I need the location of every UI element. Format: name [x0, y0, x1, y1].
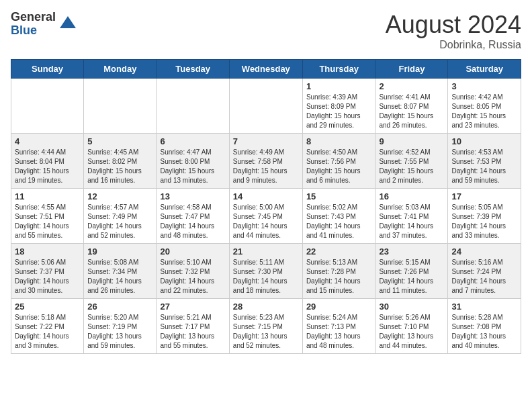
day-info: Sunrise: 4:55 AMSunset: 7:51 PMDaylight:… — [15, 203, 80, 240]
calendar-cell: 1Sunrise: 4:39 AMSunset: 8:09 PMDaylight… — [302, 79, 375, 134]
day-info: Sunrise: 5:03 AMSunset: 7:41 PMDaylight:… — [379, 203, 444, 240]
day-info: Sunrise: 4:53 AMSunset: 7:53 PMDaylight:… — [451, 148, 517, 185]
calendar-cell: 7Sunrise: 4:49 AMSunset: 7:58 PMDaylight… — [229, 134, 302, 189]
day-info: Sunrise: 5:00 AMSunset: 7:45 PMDaylight:… — [233, 203, 299, 240]
day-info: Sunrise: 4:44 AMSunset: 8:04 PMDaylight:… — [15, 148, 80, 185]
calendar-cell: 2Sunrise: 4:41 AMSunset: 8:07 PMDaylight… — [375, 79, 448, 134]
day-number: 17 — [451, 191, 517, 201]
logo: General Blue — [11, 11, 77, 38]
logo-icon — [58, 15, 77, 34]
day-info: Sunrise: 4:50 AMSunset: 7:56 PMDaylight:… — [306, 148, 372, 185]
calendar-cell — [157, 79, 229, 134]
day-number: 19 — [87, 246, 152, 257]
calendar-cell — [11, 79, 84, 134]
day-header-tuesday: Tuesday — [157, 60, 229, 79]
day-number: 5 — [87, 136, 152, 146]
day-number: 29 — [306, 302, 372, 312]
calendar-cell: 21Sunrise: 5:11 AMSunset: 7:30 PMDayligh… — [229, 244, 302, 299]
day-number: 16 — [379, 191, 444, 201]
day-info: Sunrise: 5:23 AMSunset: 7:15 PMDaylight:… — [233, 313, 299, 351]
calendar-cell: 26Sunrise: 5:20 AMSunset: 7:19 PMDayligh… — [84, 299, 157, 354]
day-number: 30 — [379, 302, 444, 312]
title-area: August 2024 Dobrinka, Russia — [386, 11, 521, 51]
calendar-cell: 3Sunrise: 4:42 AMSunset: 8:05 PMDaylight… — [448, 79, 521, 134]
day-number: 14 — [233, 191, 299, 201]
day-number: 9 — [379, 136, 444, 146]
calendar-cell: 29Sunrise: 5:24 AMSunset: 7:13 PMDayligh… — [302, 299, 375, 354]
day-info: Sunrise: 5:21 AMSunset: 7:17 PMDaylight:… — [160, 313, 225, 351]
day-number: 11 — [15, 191, 80, 201]
day-info: Sunrise: 5:24 AMSunset: 7:13 PMDaylight:… — [306, 313, 372, 351]
day-header-saturday: Saturday — [448, 60, 521, 79]
calendar-week-row: 11Sunrise: 4:55 AMSunset: 7:51 PMDayligh… — [11, 189, 521, 244]
day-number: 31 — [451, 302, 517, 312]
calendar-cell: 9Sunrise: 4:52 AMSunset: 7:55 PMDaylight… — [375, 134, 448, 189]
calendar-cell: 8Sunrise: 4:50 AMSunset: 7:56 PMDaylight… — [302, 134, 375, 189]
day-info: Sunrise: 5:13 AMSunset: 7:28 PMDaylight:… — [306, 258, 372, 295]
calendar-week-row: 1Sunrise: 4:39 AMSunset: 8:09 PMDaylight… — [11, 79, 521, 134]
day-number: 13 — [160, 191, 225, 201]
day-info: Sunrise: 5:02 AMSunset: 7:43 PMDaylight:… — [306, 203, 372, 240]
day-number: 10 — [451, 136, 517, 146]
day-info: Sunrise: 5:26 AMSunset: 7:10 PMDaylight:… — [379, 313, 444, 351]
day-header-thursday: Thursday — [302, 60, 375, 79]
day-info: Sunrise: 5:06 AMSunset: 7:37 PMDaylight:… — [15, 258, 80, 295]
month-year-title: August 2024 — [386, 11, 521, 39]
day-info: Sunrise: 4:52 AMSunset: 7:55 PMDaylight:… — [379, 148, 444, 185]
calendar-cell: 22Sunrise: 5:13 AMSunset: 7:28 PMDayligh… — [302, 244, 375, 299]
day-number: 12 — [87, 191, 152, 201]
day-number: 4 — [15, 136, 80, 146]
calendar-cell: 31Sunrise: 5:28 AMSunset: 7:08 PMDayligh… — [448, 299, 521, 354]
calendar-cell: 25Sunrise: 5:18 AMSunset: 7:22 PMDayligh… — [11, 299, 84, 354]
calendar-cell — [84, 79, 157, 134]
day-info: Sunrise: 4:58 AMSunset: 7:47 PMDaylight:… — [160, 203, 225, 240]
day-number: 1 — [306, 81, 372, 91]
day-number: 26 — [87, 302, 152, 312]
day-number: 21 — [233, 246, 299, 257]
day-number: 28 — [233, 302, 299, 312]
calendar-cell: 13Sunrise: 4:58 AMSunset: 7:47 PMDayligh… — [157, 189, 229, 244]
day-info: Sunrise: 5:05 AMSunset: 7:39 PMDaylight:… — [451, 203, 517, 240]
day-number: 20 — [160, 246, 225, 257]
calendar-cell: 24Sunrise: 5:16 AMSunset: 7:24 PMDayligh… — [448, 244, 521, 299]
day-header-friday: Friday — [375, 60, 448, 79]
day-number: 7 — [233, 136, 299, 146]
calendar-week-row: 25Sunrise: 5:18 AMSunset: 7:22 PMDayligh… — [11, 299, 521, 354]
calendar-cell: 12Sunrise: 4:57 AMSunset: 7:49 PMDayligh… — [84, 189, 157, 244]
location-subtitle: Dobrinka, Russia — [386, 39, 521, 51]
calendar-table: SundayMondayTuesdayWednesdayThursdayFrid… — [11, 59, 521, 354]
day-header-monday: Monday — [84, 60, 157, 79]
day-info: Sunrise: 4:57 AMSunset: 7:49 PMDaylight:… — [87, 203, 152, 240]
day-info: Sunrise: 4:45 AMSunset: 8:02 PMDaylight:… — [87, 148, 152, 185]
calendar-cell: 23Sunrise: 5:15 AMSunset: 7:26 PMDayligh… — [375, 244, 448, 299]
calendar-cell: 11Sunrise: 4:55 AMSunset: 7:51 PMDayligh… — [11, 189, 84, 244]
logo-general-text: General — [11, 11, 56, 24]
day-info: Sunrise: 5:08 AMSunset: 7:34 PMDaylight:… — [87, 258, 152, 295]
day-number: 6 — [160, 136, 225, 146]
day-number: 27 — [160, 302, 225, 312]
day-header-sunday: Sunday — [11, 60, 84, 79]
calendar-week-row: 4Sunrise: 4:44 AMSunset: 8:04 PMDaylight… — [11, 134, 521, 189]
day-number: 2 — [379, 81, 444, 91]
calendar-week-row: 18Sunrise: 5:06 AMSunset: 7:37 PMDayligh… — [11, 244, 521, 299]
calendar-cell: 16Sunrise: 5:03 AMSunset: 7:41 PMDayligh… — [375, 189, 448, 244]
day-header-wednesday: Wednesday — [229, 60, 302, 79]
day-info: Sunrise: 5:28 AMSunset: 7:08 PMDaylight:… — [451, 313, 517, 351]
day-info: Sunrise: 5:10 AMSunset: 7:32 PMDaylight:… — [160, 258, 225, 295]
day-info: Sunrise: 5:20 AMSunset: 7:19 PMDaylight:… — [87, 313, 152, 351]
day-info: Sunrise: 5:11 AMSunset: 7:30 PMDaylight:… — [233, 258, 299, 295]
calendar-cell: 20Sunrise: 5:10 AMSunset: 7:32 PMDayligh… — [157, 244, 229, 299]
day-number: 8 — [306, 136, 372, 146]
day-info: Sunrise: 5:16 AMSunset: 7:24 PMDaylight:… — [451, 258, 517, 295]
calendar-cell: 19Sunrise: 5:08 AMSunset: 7:34 PMDayligh… — [84, 244, 157, 299]
day-info: Sunrise: 4:39 AMSunset: 8:09 PMDaylight:… — [306, 93, 372, 130]
day-info: Sunrise: 5:18 AMSunset: 7:22 PMDaylight:… — [15, 313, 80, 351]
day-info: Sunrise: 5:15 AMSunset: 7:26 PMDaylight:… — [379, 258, 444, 295]
day-number: 22 — [306, 246, 372, 257]
day-info: Sunrise: 4:41 AMSunset: 8:07 PMDaylight:… — [379, 93, 444, 130]
calendar-cell: 28Sunrise: 5:23 AMSunset: 7:15 PMDayligh… — [229, 299, 302, 354]
calendar-cell: 14Sunrise: 5:00 AMSunset: 7:45 PMDayligh… — [229, 189, 302, 244]
calendar-header-row: SundayMondayTuesdayWednesdayThursdayFrid… — [11, 60, 521, 79]
calendar-cell: 5Sunrise: 4:45 AMSunset: 8:02 PMDaylight… — [84, 134, 157, 189]
calendar-cell: 15Sunrise: 5:02 AMSunset: 7:43 PMDayligh… — [302, 189, 375, 244]
